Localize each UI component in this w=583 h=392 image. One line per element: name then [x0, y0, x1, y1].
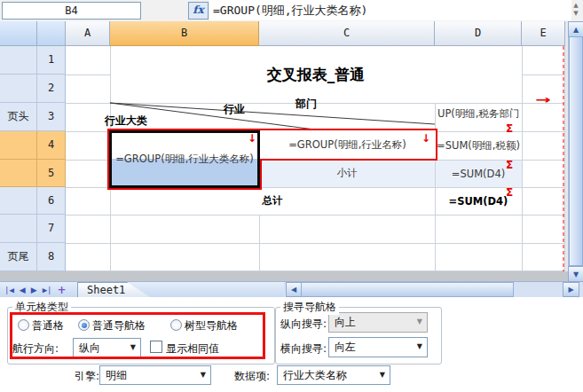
vertical-search-value: 向上	[335, 316, 356, 328]
diag-label-department: 部门	[295, 97, 317, 112]
horizontal-search-value: 向左	[335, 341, 356, 353]
horizontal-scroll-thumb[interactable]	[301, 282, 514, 297]
first-sheet-icon[interactable]: |◀	[4, 286, 14, 294]
scroll-down-icon: ▼	[573, 270, 579, 278]
scroll-right-button[interactable]: ▶	[563, 282, 579, 297]
horizontal-search-label: 横向搜寻:	[280, 341, 327, 357]
sheet-bottom-margin	[0, 271, 568, 281]
scroll-up-icon: ▲	[573, 26, 579, 34]
scroll-down-button[interactable]: ▼	[568, 266, 583, 282]
data-item-label: 数据项:	[234, 369, 270, 384]
scroll-left-button[interactable]: ◀	[286, 282, 302, 297]
sigma-icon: Σ	[506, 159, 513, 171]
cell-d3-formula[interactable]: UP(明细,税务部门	[437, 106, 565, 121]
scroll-up-button[interactable]: ▲	[568, 21, 583, 37]
data-item-select[interactable]: 行业大类名称 ▼	[277, 365, 390, 385]
engine-value: 明细	[106, 369, 127, 381]
vertical-scroll-thumb[interactable]	[569, 36, 583, 266]
vertical-search-select: 向上 ▼	[328, 312, 428, 333]
engine-label: 引擎:	[75, 369, 99, 384]
extend-down-arrow-icon: ↓	[248, 132, 256, 145]
chevron-down-icon: ▼	[417, 313, 422, 331]
add-sheet-icon[interactable]: +	[58, 284, 67, 296]
vertical-search-label: 纵向搜寻:	[280, 317, 327, 332]
sigma-icon: Σ	[506, 122, 513, 135]
diag-label-industry-category: 行业大类	[105, 114, 147, 129]
report-title-cell[interactable]: 交叉报表_普通	[110, 46, 522, 103]
report-designer-window: B4 fx =GROUP(明细,行业大类名称) ▲ ▼	[0, 0, 583, 392]
cell-b6-grand-total[interactable]: 总计	[110, 187, 435, 215]
sigma-icon: Σ	[506, 186, 513, 199]
cell-type-highlight-box	[10, 312, 265, 359]
diag-label-industry: 行业	[224, 102, 245, 117]
data-item-value: 行业大类名称	[283, 369, 347, 381]
chevron-down-icon: ▼	[201, 366, 206, 384]
cell-c4[interactable]: =GROUP(明细,行业名称)	[257, 129, 437, 161]
last-sheet-icon[interactable]: ▶|	[43, 286, 52, 294]
cell-options-panel: 单元格类型 普通格 普通导航格 树型导航格 航行方向: 纵向 ▼ 显示相同值 搜…	[0, 297, 583, 392]
scroll-left-icon: ◀	[291, 286, 296, 294]
extend-right-arrow-icon: →	[535, 93, 550, 106]
sheet-nav-buttons: |◀ ◀ ▶ ▶| +	[0, 282, 81, 297]
horizontal-search-select[interactable]: 向左 ▼	[328, 337, 428, 357]
search-nav-group-title: 搜寻导航格	[280, 300, 339, 315]
cell-b4-selected[interactable]: =GROUP(明细,行业大类名称)	[109, 130, 260, 188]
next-sheet-icon[interactable]: ▶	[31, 286, 37, 294]
chevron-down-icon: ▼	[380, 366, 385, 384]
extend-down-arrow-icon: ↓	[421, 132, 430, 145]
cell-c5-subtotal[interactable]: 小计	[259, 160, 435, 187]
prev-sheet-icon[interactable]: ◀	[20, 286, 26, 294]
cell-d4[interactable]: =SUM(明细,税额)	[435, 131, 522, 160]
chevron-down-icon: ▼	[417, 338, 422, 356]
scroll-right-icon: ▶	[568, 286, 573, 294]
engine-select[interactable]: 明细 ▼	[99, 365, 211, 385]
